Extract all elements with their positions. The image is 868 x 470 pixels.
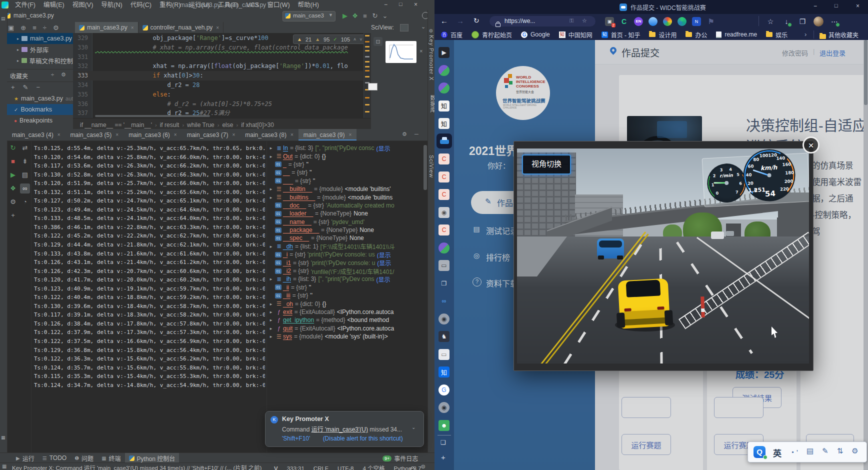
breadcrumb-2[interactable]: while True [187, 122, 214, 128]
expand-arrow-icon[interactable]: ▸ [267, 146, 275, 150]
run-config-selector[interactable]: main_case3 ▼ [282, 11, 336, 22]
editor-hscrollbar[interactable] [95, 115, 210, 117]
shortcut-link[interactable]: 'Shift+F10' [282, 435, 310, 442]
close-tab-icon[interactable]: × [232, 132, 235, 138]
status-seg-1[interactable]: 333:31 [287, 466, 304, 470]
console-settings-icon[interactable]: ⚙ [402, 131, 407, 138]
attach-debugger-icon[interactable]: ❖ [8, 184, 18, 194]
edit-favorite-icon[interactable]: ✎ [23, 84, 28, 91]
expand-arrow-icon[interactable]: ▸ [267, 334, 275, 339]
new-console-icon[interactable]: + [8, 210, 18, 220]
expand-arrow-icon[interactable]: ▸ [17, 36, 19, 41]
close-tab-icon[interactable]: × [216, 25, 219, 30]
console-tab-4[interactable]: main_case3 (4)× [7, 129, 66, 140]
expand-arrow-icon[interactable]: ▸ [267, 310, 275, 314]
browser-close-button[interactable]: × [856, 2, 860, 10]
run-more-icon[interactable]: ⌄ [380, 12, 390, 20]
close-tab-icon[interactable]: × [290, 132, 294, 138]
bookmark-中国知网[interactable]: 知中国知网 [554, 29, 597, 40]
menu-item-4[interactable]: 代码(C) [126, 0, 156, 10]
tab-github-1[interactable]: ◉ [438, 314, 450, 324]
variable-row-get_ipython[interactable]: ▸ƒget_ipython= {method}<bound method [267, 316, 423, 324]
console-tab-8[interactable]: main_case3 (8)× [240, 129, 298, 140]
view-link[interactable]: (显示 [377, 258, 391, 266]
toolwindow-toggle-icon[interactable]: ▦ [2, 464, 6, 469]
project-item-0[interactable]: ▸main_case3.py [7, 33, 73, 44]
favorites-item-1[interactable]: ✓Bookmarks [7, 104, 73, 115]
expand-arrow-icon[interactable]: ▸ [267, 326, 275, 331]
gear-icon[interactable]: ⚙ [61, 72, 66, 78]
refresh-button[interactable]: ↻ [474, 16, 480, 24]
ime-language-mode[interactable]: 英 [773, 446, 782, 459]
expand-arrow-icon[interactable]: ▸ [17, 58, 19, 63]
toolwindow-Python 控制台[interactable]: Python 控制台 [125, 453, 180, 463]
code-editor[interactable]: 329 obj_package['Range']=s_curve*100330 … [73, 33, 370, 118]
favorites-item-2[interactable]: ●Breakpoints [7, 115, 73, 126]
droplet-extension-icon[interactable] [647, 16, 659, 28]
close-tab-icon[interactable]: × [174, 132, 177, 138]
tab-extension-1[interactable] [438, 65, 450, 76]
editor-tab-main_case3.py[interactable]: main_case3.py× [75, 22, 138, 33]
view-switch-button[interactable]: 视角切换 [522, 154, 571, 174]
expand-arrow-icon[interactable]: ▸ [267, 244, 275, 249]
view-link[interactable]: (显示 [376, 144, 390, 152]
expand-arrow-icon[interactable]: ▸ [267, 276, 275, 282]
avatar[interactable] [812, 16, 824, 28]
expand-arrow-icon[interactable]: ▸ [267, 154, 275, 159]
close-tab-icon[interactable]: × [58, 132, 60, 138]
indicator-icon[interactable]: ◍ [421, 464, 426, 469]
tab-zhihu[interactable]: 知 [438, 366, 450, 378]
minimize-panel-icon[interactable]: ─ [414, 131, 418, 137]
variable-row-__spec__[interactable]: 01__spec__= {NoneType}None [267, 234, 423, 242]
status-seg-3[interactable]: UTF-8 [338, 466, 354, 470]
favorites-item-0[interactable]: ★main_case3.pyaut [7, 93, 73, 104]
variable-row-__builtins__[interactable]: ▸☰__builtins__= {module}<module 'builtin… [267, 193, 423, 201]
idm-extension-icon[interactable] [676, 16, 688, 28]
variable-row-_dh[interactable]: ▸≣_dh= {list: 1}['F:\\成型1401\\车辆1401\\斗 [267, 242, 423, 250]
console-tab-6[interactable]: main_case3 (6)× [124, 129, 182, 140]
tab-infinity[interactable]: ∞ [438, 296, 450, 306]
collapse-icon[interactable]: ÷ [51, 72, 54, 78]
expand-arrow-icon[interactable]: ▸ [17, 48, 19, 52]
variable-row-___[interactable]: 01___= {str}'' [267, 177, 423, 185]
ime-handwrite-icon[interactable]: ✎ [822, 446, 828, 457]
minimize-button[interactable]: − [384, 1, 388, 8]
breadcrumb-0[interactable]: if __name__ == '__main__' [80, 122, 152, 128]
toolwindow-终端[interactable]: ▦终端 [98, 453, 124, 463]
variables-scrollbar[interactable] [424, 145, 427, 190]
new-tab-button[interactable]: + [441, 453, 446, 462]
menu-item-1[interactable]: 编辑(E) [40, 0, 68, 10]
breadcrumb-4[interactable]: if xhat[0]>30 [241, 122, 274, 128]
tab-cnki-2[interactable]: 知 [438, 118, 450, 129]
notification-expand-icon[interactable]: ⌄ [412, 424, 416, 430]
nav-breadcrumb-file[interactable]: main_case3.py [14, 12, 54, 19]
tab-google[interactable]: G [438, 384, 450, 396]
tab-file[interactable]: ❐ [438, 278, 450, 289]
right-strip-SciView[interactable]: SciView [428, 155, 434, 178]
more-menu-icon[interactable]: ⋯ [828, 16, 840, 28]
back-button[interactable]: ← [440, 16, 448, 25]
right-strip-Key Promoter X[interactable]: Key Promoter X [428, 35, 434, 81]
bookmark-娱乐[interactable]: 娱乐 [762, 29, 792, 40]
notes-extension-icon[interactable]: N [690, 16, 702, 28]
console-settings-icon[interactable]: ⚙ [8, 197, 18, 207]
ime-clipboard-icon[interactable]: ▤ [806, 446, 814, 457]
tab-extension-2[interactable] [438, 82, 450, 94]
screenshot-extension-icon[interactable]: ▣2 [604, 16, 616, 28]
inspection-widget[interactable]: ▲21 ▲95 ✓105 ˄ ˅ [293, 34, 366, 44]
menu-item-2[interactable]: 视图(V) [68, 0, 98, 10]
print-icon[interactable]: ▤ [20, 170, 30, 180]
rerun-icon[interactable]: ↻ [370, 12, 380, 20]
tab-group-icon[interactable]: ❐ [796, 16, 808, 28]
favorites-menu-icon[interactable]: ☆ [764, 16, 776, 28]
tab-widc-active[interactable] [436, 134, 452, 148]
menu-item-10[interactable]: 帮助(H) [294, 0, 323, 10]
select-opened-file-icon[interactable]: ▣ [8, 24, 14, 32]
debug-icon[interactable]: ❖ [350, 12, 360, 20]
menu-item-0[interactable]: 文件(F) [11, 0, 40, 10]
variable-row-__package__[interactable]: 01__package__= {NoneType}None [267, 226, 423, 234]
variable-row-exit[interactable]: ▸ƒexit= {ExitAutocall}<IPython.core.auto… [267, 308, 423, 316]
overlay-close-button[interactable]: × [802, 136, 820, 154]
variable-row-__builtin__[interactable]: ▸☰__builtin__= {module}<module 'builtins… [267, 185, 423, 193]
expand-arrow-icon[interactable]: ▸ [267, 318, 275, 322]
